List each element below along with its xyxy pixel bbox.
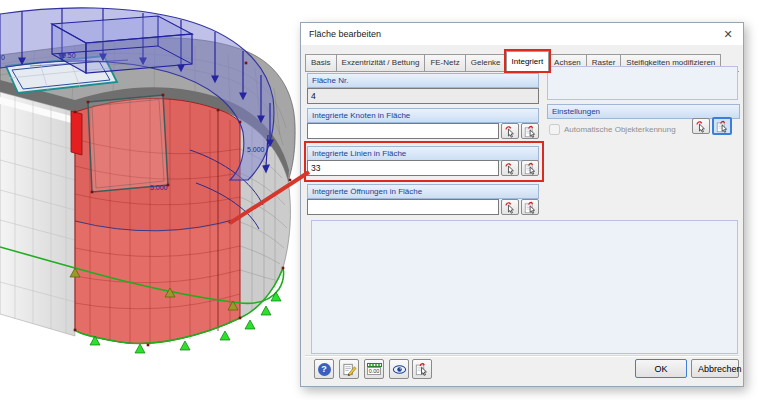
edit-icon <box>342 362 357 377</box>
auto-objekterkennung-checkbox[interactable] <box>549 124 560 135</box>
section-header-knoten: Integrierte Knoten in Fläche <box>307 108 539 123</box>
pick-all-einstellungen-button[interactable] <box>712 117 732 135</box>
dialog-title: Fläche bearbeiten <box>301 29 381 39</box>
pick-objects-button[interactable] <box>412 359 432 379</box>
tab-basis[interactable]: Basis <box>305 54 337 71</box>
oeffnungen-input[interactable] <box>307 199 499 215</box>
wall-opening-outline[interactable] <box>88 95 168 192</box>
dim-box: 0.50 <box>62 52 76 59</box>
help-icon: ? <box>318 363 331 376</box>
help-button[interactable]: ? <box>314 359 334 379</box>
dim-height-right: 5.000 <box>247 146 265 153</box>
dialog-flaeche-bearbeiten: Fläche bearbeiten ✕ Basis Exzentrizität … <box>300 22 744 387</box>
left-wall-surface[interactable] <box>0 92 75 336</box>
display-properties-button[interactable] <box>389 359 409 379</box>
units-button[interactable]: 0.00 <box>364 359 384 379</box>
pick-sheet-icon <box>415 362 429 376</box>
pick-oeffnungen-button[interactable] <box>501 199 519 215</box>
pick-all-oeffnungen-button[interactable] <box>521 199 539 215</box>
units-icon: 0.00 <box>367 363 382 375</box>
section-header-linien: Integrierte Linien in Fläche <box>307 146 539 161</box>
pick-einstellungen-button[interactable] <box>692 118 710 134</box>
eye-icon <box>392 362 407 377</box>
pick-linien-button[interactable] <box>501 160 519 176</box>
close-icon[interactable]: ✕ <box>713 23 743 45</box>
dialog-titlebar[interactable]: Fläche bearbeiten ✕ <box>301 23 743 45</box>
comment-edit-button[interactable] <box>339 359 359 379</box>
load-box-outline <box>52 16 192 73</box>
flaeche-nr-input[interactable] <box>307 88 539 104</box>
knoten-input[interactable] <box>307 123 499 139</box>
section-header-oeffnungen: Integrierte Öffnungen in Fläche <box>307 184 539 199</box>
footer-separator <box>305 355 739 357</box>
pick-knoten-button[interactable] <box>501 123 519 139</box>
pick-all-linien-button[interactable] <box>521 160 539 176</box>
comment-panel <box>311 220 738 354</box>
selected-surface-red[interactable] <box>75 95 240 345</box>
cancel-button[interactable]: Abbrechen <box>691 359 739 378</box>
tab-fe-netz[interactable]: FE-Netz <box>424 54 465 71</box>
linien-input[interactable] <box>307 160 499 176</box>
pick-all-knoten-button[interactable] <box>521 123 539 139</box>
section-header-flaeche-nr: Fläche Nr. <box>307 73 539 88</box>
dim-height-left: 5.000 <box>150 184 168 191</box>
tab-integriert[interactable]: Integriert <box>506 51 550 71</box>
info-panel-top <box>547 66 738 100</box>
ok-button[interactable]: OK <box>635 359 687 378</box>
tab-exzentrizitaet-bettung[interactable]: Exzentrizität / Bettung <box>336 54 426 71</box>
tab-gelenke[interactable]: Gelenke <box>465 54 507 71</box>
selected-line-red-bar[interactable] <box>71 111 82 155</box>
dim-edge: 0 <box>1 54 5 61</box>
auto-objekterkennung-label: Automatische Objekterkennung <box>564 125 676 134</box>
